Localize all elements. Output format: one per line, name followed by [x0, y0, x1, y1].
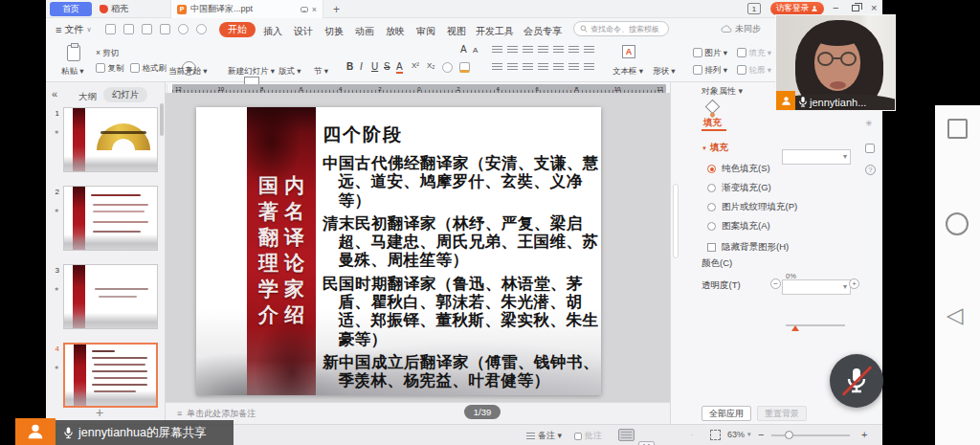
vertical-title-banner[interactable]: 国内 著名 翻译 理论 学家 介绍: [247, 107, 316, 395]
fill-button[interactable]: 填充 ▾: [737, 48, 771, 59]
transparency-slider[interactable]: [786, 324, 845, 326]
tab-document[interactable]: P 中国翻译家...ppt ×: [170, 0, 323, 18]
line-spacing-icon[interactable]: [568, 46, 579, 55]
menu-tab-devtools[interactable]: 开发工具: [476, 25, 514, 38]
highlight-color-icon[interactable]: [459, 62, 470, 73]
apply-all-button[interactable]: 全部应用: [702, 406, 751, 421]
paste-icon[interactable]: [67, 45, 80, 61]
slide-thumbnail-1[interactable]: [63, 107, 158, 172]
current-slide[interactable]: 国内 著名 翻译 理论 学家 介绍 四个阶段 中国古代佛经翻译家（安清、支谦、慧…: [196, 107, 601, 395]
increase-indent-icon[interactable]: [538, 46, 548, 55]
slide-sorter-view-button[interactable]: [638, 441, 655, 445]
option-pattern-fill[interactable]: 图案填充(A): [707, 220, 770, 233]
format-painter-button[interactable]: 格式刷: [130, 63, 167, 75]
menu-tab-slideshow[interactable]: 放映: [386, 25, 405, 38]
tab-docer[interactable]: 稻壳: [100, 2, 128, 16]
menu-tab-review[interactable]: 审阅: [416, 25, 435, 38]
align-top-icon[interactable]: [568, 63, 579, 72]
outline-button[interactable]: 轮廓 ▾: [737, 65, 771, 77]
italic-button[interactable]: I: [360, 61, 363, 72]
zoom-slider-track[interactable]: [771, 434, 850, 436]
zoom-out-button[interactable]: −: [758, 429, 764, 440]
sync-status[interactable]: 未同步: [721, 23, 761, 35]
minimize-button[interactable]: −: [833, 2, 838, 13]
menu-tab-design[interactable]: 设计: [294, 25, 313, 38]
redo-icon[interactable]: [196, 24, 207, 34]
animation-star-icon[interactable]: ★: [46, 128, 59, 135]
align-middle-icon[interactable]: [584, 63, 594, 72]
justify-icon[interactable]: [538, 63, 548, 72]
preview-icon[interactable]: [160, 24, 170, 34]
align-left-icon[interactable]: [492, 63, 502, 72]
font-color-button[interactable]: A: [396, 61, 403, 74]
arrange-button[interactable]: 排列 ▾: [693, 65, 727, 77]
pin-panel-icon[interactable]: ✳: [865, 119, 873, 128]
panel-collapse-handle[interactable]: [673, 184, 679, 258]
slide-body-text[interactable]: 四个阶段 中国古代佛经翻译家（安清、支谦、慧远、道安、鸠摩罗什、玄奘、义净等） …: [323, 122, 600, 395]
export-icon[interactable]: [142, 24, 152, 34]
comment-bubble-icon[interactable]: [301, 7, 308, 12]
search-input[interactable]: 查找命令、搜索模板: [573, 21, 669, 36]
paste-button[interactable]: 粘贴 ▾: [61, 66, 84, 78]
zoom-in-button[interactable]: +: [861, 429, 867, 440]
recent-apps-button[interactable]: [947, 119, 968, 139]
mute-microphone-button[interactable]: [830, 354, 883, 408]
option-hide-background[interactable]: 隐藏背景图形(H): [707, 241, 789, 254]
fill-style-select[interactable]: [782, 149, 851, 165]
tab-outline[interactable]: 大纲: [78, 91, 97, 103]
fit-to-window-icon[interactable]: [710, 430, 721, 440]
option-gradient-fill[interactable]: 渐变填充(G): [707, 182, 771, 194]
underline-button[interactable]: U: [371, 61, 378, 72]
animation-star-icon[interactable]: ★: [46, 364, 59, 370]
menu-tab-transition[interactable]: 切换: [324, 25, 344, 38]
new-tab-button[interactable]: +: [333, 3, 340, 16]
notes-bar[interactable]: ≡ 单击此处添加备注: [166, 402, 670, 424]
slide-thumbnail-4-selected[interactable]: [63, 343, 158, 408]
decrease-indent-icon[interactable]: [523, 46, 533, 55]
guest-login-button[interactable]: 访客登录: [770, 2, 824, 15]
bold-button[interactable]: B: [346, 61, 353, 72]
tab-home[interactable]: 首页: [50, 2, 92, 16]
slide-thumbnail-2[interactable]: [63, 186, 158, 251]
textbox-icon[interactable]: A: [622, 45, 635, 58]
fill-section-header[interactable]: ▼ 填充: [702, 142, 728, 154]
animation-star-icon[interactable]: ★: [46, 285, 59, 292]
slide-thumbnail-3[interactable]: [63, 264, 158, 329]
menu-tab-view[interactable]: 视图: [447, 25, 466, 38]
undo-icon[interactable]: [178, 24, 189, 34]
sidebar-scrollbar[interactable]: [160, 103, 164, 136]
menu-tab-insert[interactable]: 插入: [263, 25, 282, 38]
reset-background-button[interactable]: 重置背景: [757, 406, 807, 421]
slider-thumb[interactable]: [791, 322, 799, 331]
cut-button[interactable]: × 剪切: [96, 48, 119, 59]
color-select[interactable]: [782, 279, 851, 295]
align-center-icon[interactable]: [507, 63, 518, 72]
menu-tab-member[interactable]: 会员专享: [523, 25, 562, 38]
comments-button[interactable]: 批注: [574, 430, 602, 442]
tab-slides[interactable]: 幻灯片: [103, 87, 147, 102]
home-button[interactable]: [946, 212, 969, 235]
align-right-icon[interactable]: [523, 63, 533, 72]
numbered-list-icon[interactable]: [507, 46, 518, 55]
close-button[interactable]: ×: [871, 2, 877, 13]
zoom-slider-thumb[interactable]: [785, 431, 793, 439]
section-button[interactable]: 节 ▾: [314, 66, 328, 78]
decrease-font-button[interactable]: A: [473, 46, 478, 55]
window-count-badge[interactable]: 1: [747, 3, 761, 14]
normal-view-button[interactable]: [618, 429, 635, 441]
transparency-plus-button[interactable]: +: [849, 278, 859, 289]
new-slide-button[interactable]: 新建幻灯片 ▾: [228, 66, 275, 78]
textbox-button[interactable]: 文本框 ▾: [612, 66, 643, 78]
notes-toggle-button[interactable]: 备注 ▾: [526, 430, 562, 442]
menu-tab-animation[interactable]: 动画: [355, 25, 374, 38]
superscript-button[interactable]: X²: [412, 61, 419, 70]
picture-button[interactable]: 图片 ▾: [693, 48, 727, 59]
share-avatar-icon[interactable]: [15, 418, 56, 445]
play-from-current-button[interactable]: 当前开始 ▾: [168, 66, 208, 78]
fill-bucket-icon[interactable]: [705, 100, 721, 115]
animation-star-icon[interactable]: ★: [46, 207, 59, 213]
restore-button[interactable]: [852, 5, 859, 11]
option-picture-fill[interactable]: 图片或纹理填充(P): [707, 201, 797, 213]
save-icon[interactable]: [105, 24, 116, 34]
copy-button[interactable]: 复制: [96, 63, 123, 75]
